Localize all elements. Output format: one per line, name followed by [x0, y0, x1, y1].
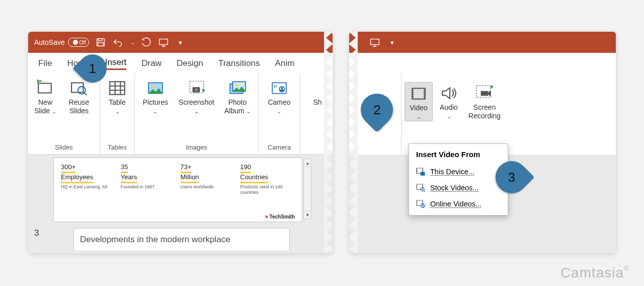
- group-label-images: Images: [186, 141, 207, 152]
- reuse-slides-icon: [70, 79, 88, 97]
- svg-rect-25: [421, 172, 425, 175]
- group-slides: New Slide ⌄ Reuse Slides Slides: [28, 74, 100, 154]
- svg-point-9: [151, 85, 154, 88]
- video-icon: [410, 85, 428, 103]
- svg-point-15: [235, 84, 238, 87]
- slide-thumbnail[interactable]: 300+ Employees HQ in East Lansing, MI 35…: [53, 158, 302, 222]
- film-globe-icon: [416, 200, 425, 208]
- tab-file[interactable]: File: [38, 58, 52, 68]
- ribbon-tabs: File Home Insert Draw Design Transitions…: [28, 53, 333, 74]
- cameo-icon: P: [270, 79, 288, 97]
- film-search-icon: [416, 184, 425, 192]
- menu-this-device[interactable]: This Device...: [409, 164, 508, 180]
- stat-users: 73+ Million Users worldwide: [181, 163, 235, 196]
- svg-rect-20: [371, 39, 379, 45]
- svg-rect-7: [110, 82, 125, 95]
- svg-point-19: [281, 87, 283, 89]
- audio-button[interactable]: Audio⌄: [435, 82, 463, 120]
- screenshot-icon: [188, 79, 206, 97]
- group-label-camera: Camera: [268, 141, 291, 152]
- stat-years: 35 Years Founded in 1987: [121, 163, 176, 196]
- slide-panel: 3 300+ Employees HQ in East Lansing, MI …: [28, 155, 333, 253]
- undo-icon[interactable]: [112, 37, 123, 48]
- customize-qat-icon[interactable]: ▾: [175, 37, 186, 48]
- screenshot-button[interactable]: Screenshot⌄: [175, 77, 218, 115]
- shapes-button[interactable]: Sh: [303, 77, 332, 107]
- svg-rect-1: [98, 39, 102, 41]
- svg-rect-26: [417, 184, 423, 190]
- group-label-slides: Slides: [55, 141, 72, 152]
- screen-recording-icon: [475, 84, 494, 102]
- stat-countries: 190 Countries Products used in 190 count…: [240, 163, 295, 196]
- video-insert-dropdown: Insert Video From This Device... Stock V…: [409, 144, 508, 216]
- video-button[interactable]: Video⌄: [405, 82, 433, 121]
- dropdown-header: Insert Video From: [409, 148, 508, 164]
- svg-rect-23: [481, 91, 489, 96]
- tab-design[interactable]: Design: [177, 58, 203, 68]
- right-screenshot-fragment: ▾ Video⌄ Audio⌄: [349, 32, 616, 253]
- scroll-up-icon[interactable]: ▴: [304, 159, 311, 167]
- svg-point-27: [421, 187, 424, 191]
- tab-insert[interactable]: Insert: [105, 57, 127, 70]
- cameo-button[interactable]: P Cameo⌄: [262, 77, 297, 115]
- slide-number: 3: [28, 155, 48, 253]
- redo-icon[interactable]: [141, 37, 152, 48]
- camtasia-watermark: Camtasia®: [560, 265, 629, 281]
- new-slide-button[interactable]: New Slide ⌄: [31, 77, 59, 115]
- left-screenshot-fragment: AutoSave Off ⌄ ▾ File Home Insert Draw D…: [28, 32, 333, 253]
- svg-rect-2: [98, 43, 103, 46]
- photo-album-button[interactable]: Photo Album ⌄: [220, 77, 255, 115]
- stat-employees: 300+ Employees HQ in East Lansing, MI: [61, 163, 116, 196]
- brand-logo: TechSmith: [61, 214, 295, 220]
- thumbnail-scrollbar[interactable]: ▴ ▾: [303, 159, 311, 219]
- menu-online-videos[interactable]: Online Videos...: [409, 196, 508, 212]
- svg-rect-21: [412, 88, 425, 99]
- title-bar-right: ▾: [349, 32, 616, 53]
- present-icon[interactable]: [158, 37, 169, 48]
- svg-rect-3: [159, 39, 168, 45]
- pictures-button[interactable]: Pictures⌄: [138, 77, 173, 115]
- group-camera: P Cameo⌄ Camera: [259, 74, 300, 154]
- ribbon-insert: New Slide ⌄ Reuse Slides Slides Table⌄: [28, 74, 333, 155]
- present-icon[interactable]: [369, 37, 380, 48]
- screen-recording-button[interactable]: Screen Recording: [465, 82, 504, 120]
- audio-icon: [440, 84, 458, 102]
- tab-transitions[interactable]: Transitions: [218, 58, 260, 68]
- chevron-down-icon[interactable]: ⌄: [129, 39, 135, 46]
- pictures-icon: [146, 79, 165, 97]
- table-icon: [108, 79, 126, 97]
- next-slide-title[interactable]: Developments in the modern workplace: [73, 228, 290, 250]
- group-images: Pictures⌄ Screenshot⌄ Photo Album ⌄ Imag…: [135, 74, 259, 154]
- save-icon[interactable]: [95, 37, 106, 48]
- customize-qat-icon[interactable]: ▾: [386, 37, 397, 48]
- tab-draw[interactable]: Draw: [141, 58, 162, 68]
- tab-animations[interactable]: Anim: [275, 58, 294, 68]
- svg-rect-5: [71, 83, 83, 92]
- svg-text:P: P: [274, 84, 277, 89]
- svg-point-12: [194, 88, 197, 91]
- svg-rect-28: [417, 200, 423, 206]
- group-label-tables: Tables: [108, 141, 127, 152]
- photo-album-icon: [228, 79, 247, 97]
- svg-rect-4: [38, 83, 51, 93]
- group-tables: Table⌄ Tables: [100, 74, 135, 154]
- film-device-icon: [416, 168, 425, 176]
- group-shapes-cut: Sh: [300, 74, 335, 154]
- scroll-down-icon[interactable]: ▾: [304, 210, 311, 219]
- autosave-toggle[interactable]: AutoSave Off: [34, 38, 89, 47]
- menu-stock-videos[interactable]: Stock Videos...: [409, 180, 508, 196]
- new-slide-icon: [36, 79, 54, 97]
- title-bar: AutoSave Off ⌄ ▾: [28, 32, 333, 53]
- table-button[interactable]: Table⌄: [103, 77, 131, 115]
